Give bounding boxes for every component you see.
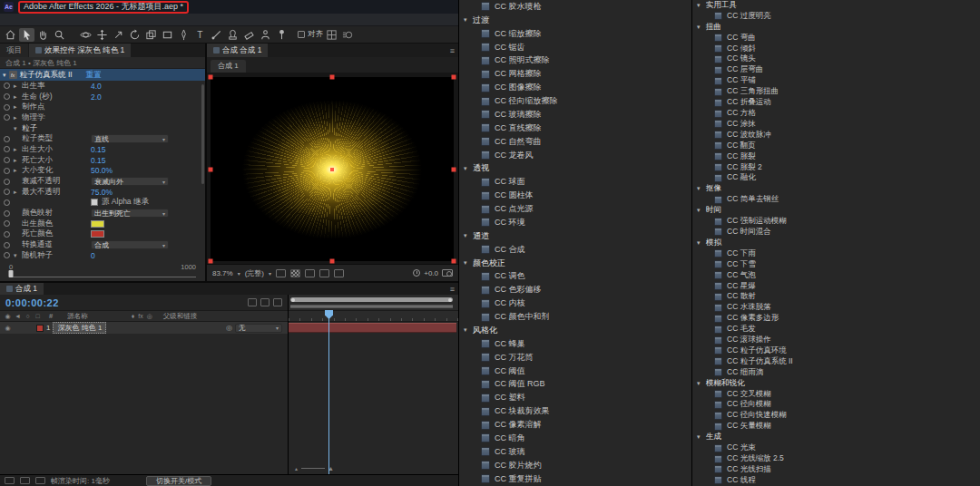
category-twirl-icon[interactable]: ▾ xyxy=(464,232,473,239)
effect-list-row[interactable]: ▾ CC 弯曲 xyxy=(692,33,980,44)
roto-brush-icon[interactable] xyxy=(258,28,273,42)
effect-list-row[interactable]: ▾ CC 径向模糊 xyxy=(692,400,980,411)
effect-list-row[interactable]: ▾ 生成 xyxy=(692,432,980,442)
effect-list-row[interactable]: ▾ CC 光束 xyxy=(692,442,980,453)
snapping-checkbox[interactable] xyxy=(298,31,305,38)
effect-list-row[interactable]: ▾ CC 简单去钢丝 xyxy=(692,194,980,205)
transfer-controls-pane-icon[interactable] xyxy=(20,477,30,484)
resolution-select[interactable]: (完整) xyxy=(245,268,264,278)
tab-timeline-comp[interactable]: 合成 1 xyxy=(0,283,44,295)
effect-list-row[interactable]: ▾ CC 倾斜 xyxy=(692,44,980,54)
effect-list-row[interactable]: ▾ 模拟 xyxy=(692,238,980,248)
edge-handle[interactable] xyxy=(452,167,456,171)
category-twirl-icon[interactable]: ▾ xyxy=(697,2,706,9)
pickwhip-column-icon[interactable]: ◎ xyxy=(147,313,152,320)
category-twirl-icon[interactable]: ▾ xyxy=(697,185,706,192)
category-twirl-icon[interactable]: ▾ xyxy=(697,207,706,214)
stopwatch-icon[interactable] xyxy=(4,242,10,248)
effect-property-row[interactable]: 转换通道 合成 合成▾ 转换通道 xyxy=(0,239,205,250)
stopwatch-icon[interactable] xyxy=(4,83,10,89)
twirl-icon[interactable]: ▸ xyxy=(14,83,22,90)
effect-list-row[interactable]: ▾ CC 胶片烧灼 xyxy=(459,459,691,472)
composition-mini-flowchart-icon[interactable] xyxy=(248,298,257,306)
twirl-icon[interactable]: ▸ xyxy=(14,167,22,174)
effect-property-row[interactable]: ▸ 生命 (秒) 2.0 2.0▾ 生命 (秒) xyxy=(0,92,205,102)
effect-list-row[interactable]: ▾ CC 万花筒 xyxy=(459,351,691,364)
corner-handle[interactable] xyxy=(209,75,213,80)
type-tool-icon[interactable]: T xyxy=(192,28,208,42)
effect-list-row[interactable]: ▾ CC 矢量模糊 xyxy=(692,421,980,432)
puppet-pin-icon[interactable] xyxy=(274,28,289,42)
orbit-camera-icon[interactable] xyxy=(78,28,93,42)
stopwatch-icon[interactable] xyxy=(4,252,10,258)
effect-list-row[interactable]: ▾ CC 涂抹 xyxy=(692,119,980,130)
zoom-tool-icon[interactable] xyxy=(52,28,67,42)
effect-property-row[interactable]: ▸ 物理学 ▾ 物理学 xyxy=(0,112,205,123)
hand-tool-icon[interactable] xyxy=(35,28,51,42)
effect-list-row[interactable]: ▾ CC 下雨 xyxy=(692,248,980,259)
effect-list-row[interactable]: ▾ CC 过度明亮 xyxy=(692,11,980,22)
effect-property-row[interactable]: ▾ 粒子 ▾ 粒子 xyxy=(0,123,205,134)
effect-list-row[interactable]: ▾ CC 塑料 xyxy=(459,391,691,404)
lock-icon[interactable]: □ xyxy=(34,313,42,319)
effect-list-row[interactable]: ▾ CC 阈值 xyxy=(459,364,691,378)
toggle-switches-modes-button[interactable]: 切换开关/模式 xyxy=(146,476,211,486)
effect-list-row[interactable]: ▾ CC 玻璃 xyxy=(459,445,691,459)
clone-stamp-icon[interactable] xyxy=(225,28,240,42)
twirl-icon[interactable]: ▾ xyxy=(3,72,6,79)
effect-list-row[interactable]: ▾ CC 胶水喷枪 xyxy=(459,0,691,14)
effect-list-row[interactable]: ▾ CC 强制运动模糊 xyxy=(692,216,980,227)
property-value[interactable]: 75.0% xyxy=(91,188,113,197)
effect-list-row[interactable]: ▾ CC 重复拼贴 xyxy=(459,472,691,486)
layer-switches-pane-icon[interactable] xyxy=(5,477,15,484)
property-dropdown[interactable]: 合成▾ xyxy=(91,240,169,249)
stopwatch-icon[interactable] xyxy=(4,114,10,121)
effect-list-row[interactable]: ▾ CC 锯齿 xyxy=(459,41,691,54)
grid-icon[interactable] xyxy=(324,28,339,42)
effect-list-row[interactable]: ▾ CC 内核 xyxy=(459,296,691,310)
effect-list-row[interactable]: ▾ 抠像 xyxy=(692,183,980,194)
rotation-tool-icon[interactable] xyxy=(127,28,142,42)
effect-header-row[interactable]: ▾ fx 粒子仿真系统 II 重置 xyxy=(0,69,205,81)
effect-list-row[interactable]: ▾ CC 下雪 xyxy=(692,259,980,270)
composition-viewport[interactable] xyxy=(207,73,458,264)
work-area-bar[interactable] xyxy=(290,305,453,308)
zoom-slider-track[interactable] xyxy=(301,468,325,469)
time-navigator-bar[interactable] xyxy=(290,297,453,302)
category-twirl-icon[interactable]: ▾ xyxy=(697,380,706,387)
stopwatch-icon[interactable] xyxy=(4,157,10,163)
brush-tool-icon[interactable] xyxy=(209,28,224,42)
twirl-icon[interactable]: ▸ xyxy=(14,114,22,122)
corner-handle[interactable] xyxy=(452,259,456,264)
effect-list-row[interactable]: ▾ CC 三角形扭曲 xyxy=(692,86,980,97)
effect-list-row[interactable]: ▾ CC 图像擦除 xyxy=(459,81,691,94)
corner-handle[interactable] xyxy=(209,259,213,264)
effect-list-row[interactable]: ▾ 通道 xyxy=(459,229,691,243)
effect-list-row[interactable]: ▾ 扭曲 xyxy=(692,22,980,33)
breadcrumb[interactable]: 合成 1 • 深灰色 纯色 1 xyxy=(0,57,205,69)
effect-list-row[interactable]: ▾ 时间 xyxy=(692,205,980,216)
effect-list-row[interactable]: ▾ CC 镜头 xyxy=(692,54,980,65)
effect-list-row[interactable]: ▾ CC 光线缩放 2.5 xyxy=(692,453,980,464)
twirl-icon[interactable]: ▸ xyxy=(14,189,22,196)
effect-list-row[interactable]: ▾ 颜色校正 xyxy=(459,257,691,270)
playhead-line[interactable] xyxy=(328,318,329,474)
property-value[interactable]: 2.0 xyxy=(91,92,102,102)
effect-list-row[interactable]: ▾ CC 网格擦除 xyxy=(459,67,691,81)
region-of-interest-icon[interactable] xyxy=(319,269,329,277)
motion-blur-icon[interactable] xyxy=(340,28,356,42)
edge-handle[interactable] xyxy=(330,75,335,80)
fx-column-icon[interactable]: fx xyxy=(138,313,142,319)
property-dropdown[interactable]: 直线▾ xyxy=(91,134,169,143)
layer-visibility-icon[interactable]: ◉ xyxy=(4,325,12,332)
tab-composition[interactable]: 合成 合成 1 xyxy=(207,44,268,57)
effect-property-row[interactable]: 死亡颜色 ▾ 死亡颜色 xyxy=(0,229,205,240)
panel-menu-icon[interactable]: ≡ xyxy=(446,283,458,295)
twirl-icon[interactable]: ▸ xyxy=(14,157,22,164)
effect-property-row[interactable]: ▸ 最大不透明 75.0% 75.0%▾ 最大不透明 xyxy=(0,187,205,198)
exposure-clock-icon[interactable] xyxy=(413,269,420,277)
effect-list-row[interactable]: ▾ CC 径向快速模糊 xyxy=(692,410,980,421)
effect-list-row[interactable]: ▾ CC 径向缩放擦除 xyxy=(459,94,691,108)
effect-list-row[interactable]: ▾ CC 星爆 xyxy=(692,281,980,292)
stopwatch-icon[interactable] xyxy=(4,93,10,100)
